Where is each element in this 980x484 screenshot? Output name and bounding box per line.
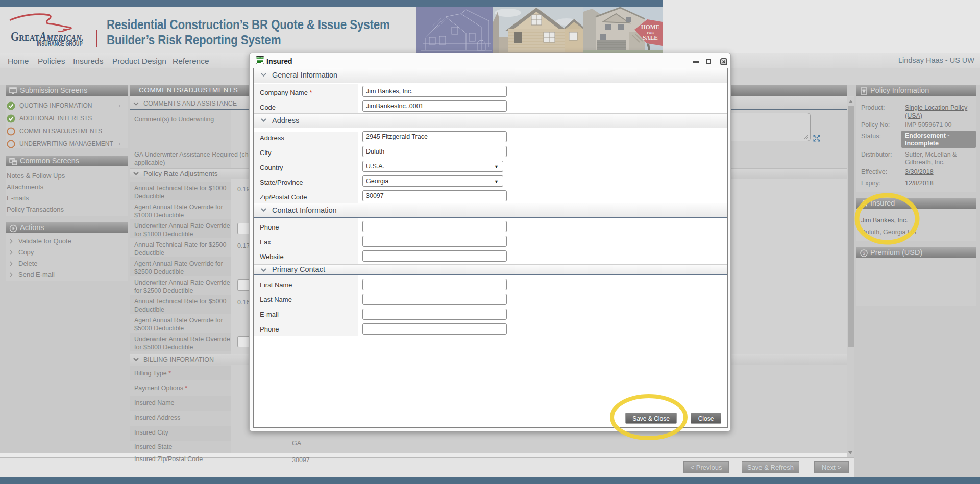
- svg-text:$: $: [863, 251, 865, 256]
